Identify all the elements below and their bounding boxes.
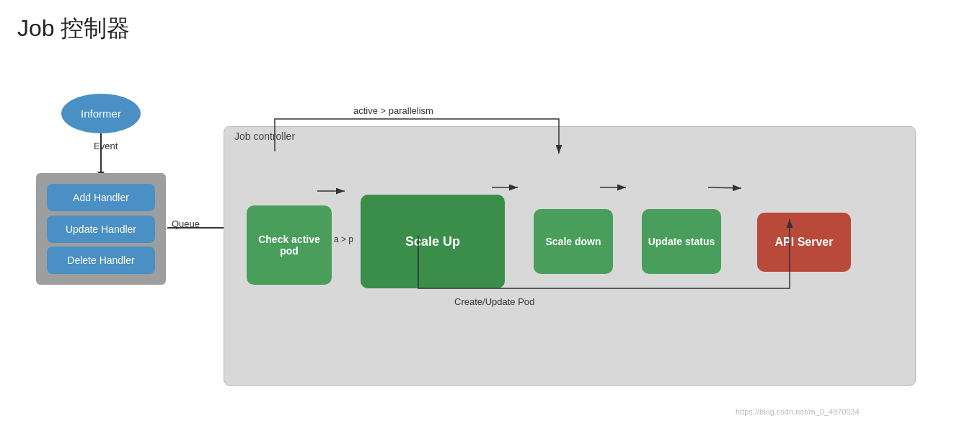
informer-node: Informer: [61, 94, 141, 133]
check-pod-label: Check active pod: [252, 234, 326, 257]
page-title: Job 控制器: [0, 0, 980, 45]
api-server-box: API Server: [757, 213, 851, 272]
update-handler-label: Update Handler: [66, 223, 136, 235]
scale-down-label: Scale down: [545, 236, 601, 247]
check-pod-box: Check active pod: [247, 205, 332, 285]
job-controller-label: Job controller: [234, 130, 295, 142]
event-label: Event: [94, 141, 118, 151]
update-handler-btn: Update Handler: [47, 216, 155, 243]
scale-down-box: Scale down: [534, 209, 613, 274]
add-handler-label: Add Handler: [73, 192, 129, 203]
watermark-text: https://blog.csdn.net/m_0_4870034: [736, 407, 860, 416]
ap-label: a > p: [334, 234, 353, 244]
update-status-label: Update status: [648, 236, 715, 247]
delete-handler-btn: Delete Handler: [47, 247, 155, 274]
diagram-area: Informer Event Add Handler Update Handle…: [14, 54, 966, 407]
update-status-box: Update status: [642, 209, 721, 274]
scale-up-label: Scale Up: [405, 234, 460, 249]
api-server-label: API Server: [775, 236, 834, 249]
delete-handler-label: Delete Handler: [67, 254, 134, 266]
scale-up-box: Scale Up: [361, 195, 505, 288]
handlers-box: Add Handler Update Handler Delete Handle…: [36, 173, 166, 285]
informer-label: Informer: [81, 107, 121, 120]
add-handler-btn: Add Handler: [47, 184, 155, 211]
informer-down-arrow: [100, 133, 102, 173]
